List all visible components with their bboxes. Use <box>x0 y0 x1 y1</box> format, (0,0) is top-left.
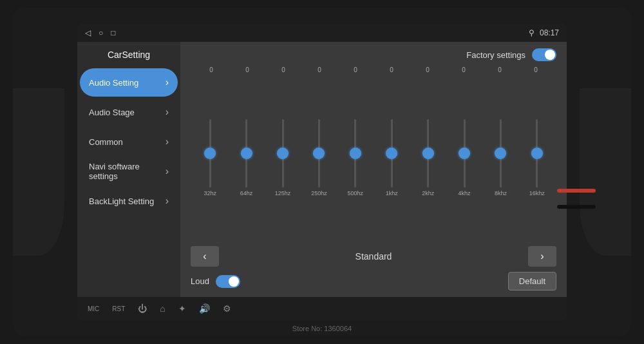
eq-thumb-7[interactable] <box>459 148 470 159</box>
sidebar-label-navi: Navi software settings <box>89 162 166 181</box>
sidebar: CarSetting Audio Setting › Audio Stage ›… <box>77 42 180 297</box>
eq-band-3[interactable]: 250hz <box>302 119 336 196</box>
eq-label-9: 16khz <box>529 190 545 196</box>
eq-num-4: 0 <box>346 66 365 73</box>
eq-label-7: 4khz <box>459 190 471 196</box>
preset-label: Standard <box>225 251 522 262</box>
eq-thumb-6[interactable] <box>422 148 434 159</box>
eq-label-0: 32hz <box>204 190 216 196</box>
wire-black <box>557 205 596 209</box>
eq-band-9[interactable]: 16khz <box>520 119 554 196</box>
loud-label: Loud <box>191 276 209 286</box>
bottom-nav: MIC RST ⏻ ⌂ ✦ 🔊 ⚙ <box>77 297 567 320</box>
sidebar-label-audio-stage: Audio Stage <box>89 108 135 117</box>
wire-red <box>557 189 596 193</box>
status-bar: ◁ ○ □ ⚲ 08:17 <box>77 24 567 42</box>
eq-track-0 <box>209 119 211 187</box>
eq-num-5: 0 <box>382 66 401 73</box>
recent-icon[interactable]: □ <box>111 28 115 37</box>
eq-thumb-9[interactable] <box>531 148 543 159</box>
arrow-icon-audio-stage: › <box>166 106 169 118</box>
time-display: 08:17 <box>540 28 559 37</box>
sidebar-item-navi-software[interactable]: Navi software settings › <box>80 157 178 186</box>
power-icon[interactable]: ⏻ <box>138 303 147 314</box>
eq-track-9 <box>536 119 538 187</box>
rst-label: RST <box>112 305 125 312</box>
eq-label-8: 8khz <box>495 190 507 196</box>
sidebar-label-audio-setting: Audio Setting <box>89 78 138 88</box>
status-bar-right: ⚲ 08:17 <box>529 28 559 37</box>
home-nav-icon[interactable]: ⌂ <box>160 303 165 314</box>
arrow-icon-common: › <box>166 136 169 148</box>
eq-thumb-5[interactable] <box>386 148 397 159</box>
default-button[interactable]: Default <box>508 272 556 291</box>
status-bar-left: ◁ ○ □ <box>85 28 116 37</box>
eq-thumb-2[interactable] <box>277 148 289 159</box>
eq-sliders: 32hz 64hz 125hz <box>193 75 554 241</box>
home-icon[interactable]: ○ <box>99 28 103 37</box>
eq-num-7: 0 <box>454 66 473 73</box>
sidebar-item-common[interactable]: Common › <box>80 128 178 156</box>
eq-num-8: 0 <box>490 66 509 73</box>
device-frame: ◁ ○ □ ⚲ 08:17 CarSetting Audio Setting ›… <box>13 8 631 336</box>
eq-label-5: 1khz <box>386 190 398 196</box>
eq-band-6[interactable]: 2khz <box>411 119 444 196</box>
loud-controls: Loud Default <box>191 272 556 291</box>
arrow-icon-audio-setting: › <box>166 77 169 88</box>
eq-label-3: 250hz <box>311 190 327 196</box>
eq-band-0[interactable]: 32hz <box>193 119 227 196</box>
location-icon: ⚲ <box>529 28 535 37</box>
eq-label-1: 64hz <box>240 190 253 196</box>
mount-ear-left <box>13 88 64 256</box>
eq-num-9: 0 <box>526 66 545 73</box>
loud-toggle[interactable] <box>216 275 240 288</box>
android-icon[interactable]: ✦ <box>178 303 186 314</box>
eq-band-8[interactable]: 8khz <box>484 119 517 196</box>
eq-band-2[interactable]: 125hz <box>266 119 299 196</box>
sidebar-title: CarSetting <box>77 42 180 68</box>
eq-top-numbers: 0 0 0 0 0 0 0 0 0 0 <box>193 66 554 73</box>
right-panel: Factory settings 0 0 0 0 0 0 0 0 0 <box>180 42 567 297</box>
eq-band-1[interactable]: 64hz <box>229 119 263 196</box>
back-icon[interactable]: ◁ <box>85 28 91 37</box>
eq-band-4[interactable]: 500hz <box>339 119 372 196</box>
eq-num-3: 0 <box>310 66 329 73</box>
eq-thumb-0[interactable] <box>204 148 216 159</box>
next-button[interactable]: › <box>528 246 556 267</box>
mic-label: MIC <box>88 305 99 312</box>
eq-thumb-3[interactable] <box>313 148 325 159</box>
store-footer: Store No: 1360064 <box>292 325 352 332</box>
arrow-icon-navi: › <box>166 166 169 177</box>
eq-band-7[interactable]: 4khz <box>448 119 481 196</box>
factory-toggle[interactable] <box>532 48 556 61</box>
eq-thumb-1[interactable] <box>241 148 252 159</box>
sidebar-item-audio-setting[interactable]: Audio Setting › <box>80 68 178 97</box>
volume-icon[interactable]: 🔊 <box>199 303 210 314</box>
factory-label: Factory settings <box>466 50 526 60</box>
preset-controls: ‹ Standard › <box>191 246 556 267</box>
eq-track-8 <box>500 119 502 187</box>
eq-label-2: 125hz <box>275 190 291 196</box>
eq-thumb-4[interactable] <box>350 148 361 159</box>
mount-ear-right <box>580 88 631 256</box>
eq-track-4 <box>354 119 356 187</box>
prev-button[interactable]: ‹ <box>191 246 219 267</box>
sidebar-label-backlight: BackLight Setting <box>89 196 154 206</box>
eq-track-5 <box>391 119 393 187</box>
eq-track-1 <box>245 119 247 187</box>
sidebar-item-backlight[interactable]: BackLight Setting › <box>80 187 178 215</box>
eq-thumb-8[interactable] <box>495 148 506 159</box>
eq-track-2 <box>282 119 284 187</box>
sidebar-item-audio-stage[interactable]: Audio Stage › <box>80 98 178 126</box>
eq-area: 0 0 0 0 0 0 0 0 0 0 <box>191 66 556 241</box>
eq-label-6: 2khz <box>422 190 434 196</box>
eq-label-4: 500hz <box>348 190 364 196</box>
eq-band-5[interactable]: 1khz <box>375 119 408 196</box>
factory-row: Factory settings <box>191 48 556 61</box>
settings-icon[interactable]: ⚙ <box>223 303 231 314</box>
eq-num-0: 0 <box>202 66 221 73</box>
main-content: CarSetting Audio Setting › Audio Stage ›… <box>77 42 567 297</box>
eq-num-1: 0 <box>238 66 257 73</box>
eq-track-6 <box>427 119 429 187</box>
loud-row: Loud <box>191 275 502 288</box>
